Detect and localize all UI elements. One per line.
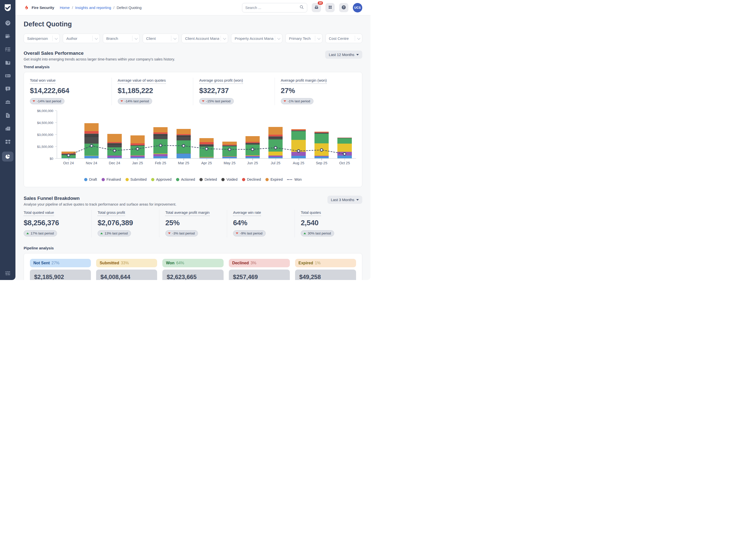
- inbox-button[interactable]: 10: [312, 3, 321, 12]
- legend-item-submitted[interactable]: Submitted: [126, 178, 147, 182]
- search-box[interactable]: [242, 3, 307, 12]
- bar-segment-expired[interactable]: [84, 123, 98, 131]
- banknote-icon[interactable]: [4, 72, 11, 79]
- breadcrumb-home[interactable]: Home: [60, 5, 70, 10]
- bar-segment-submitted[interactable]: [315, 143, 329, 156]
- bar-segment-actioned[interactable]: [315, 134, 329, 143]
- assets-blocks-icon[interactable]: [4, 138, 11, 145]
- funnel-range-button[interactable]: Last 3 Months: [327, 196, 362, 204]
- bar-segment-draft[interactable]: [84, 156, 98, 158]
- bar-segment-finalised[interactable]: [153, 154, 167, 156]
- chart-month-slot[interactable]: Apr 25: [195, 111, 218, 158]
- legend-item-expired[interactable]: Expired: [265, 178, 283, 182]
- bar-segment-actioned[interactable]: [337, 138, 352, 144]
- bar-segment-expired[interactable]: [130, 135, 145, 143]
- bar-segment-actioned[interactable]: [84, 144, 98, 155]
- bar-segment-draft[interactable]: [177, 154, 191, 158]
- bar-segment-voided[interactable]: [84, 134, 98, 137]
- tasks-checklist-icon[interactable]: [4, 46, 11, 53]
- legend-item-finalised[interactable]: Finalised: [102, 178, 121, 182]
- settings-sliders-icon[interactable]: [0, 270, 15, 277]
- bar-segment-draft[interactable]: [315, 156, 329, 158]
- legend-item-voided[interactable]: Voided: [221, 178, 237, 182]
- chart-month-slot[interactable]: May 25: [218, 111, 241, 158]
- company-building-icon[interactable]: [4, 125, 11, 132]
- quote-chat-icon[interactable]: $: [4, 86, 11, 92]
- filter-author[interactable]: Author: [63, 33, 99, 43]
- bar-segment-finalised[interactable]: [291, 152, 306, 156]
- bar-segment-actioned[interactable]: [246, 145, 260, 155]
- avatar[interactable]: UCS: [353, 3, 362, 12]
- bar-segment-actioned[interactable]: [62, 155, 76, 158]
- filter-salesperson[interactable]: Salesperson: [24, 33, 60, 43]
- folder-add-icon[interactable]: [4, 59, 11, 66]
- bar-segment-actioned[interactable]: [130, 146, 145, 155]
- bar-segment-expired[interactable]: [222, 142, 237, 145]
- bar-segment-draft[interactable]: [268, 157, 283, 158]
- chart-month-slot[interactable]: Jul 25: [264, 111, 287, 158]
- stage-header[interactable]: Submitted33%: [96, 259, 157, 267]
- bar-segment-expired[interactable]: [268, 127, 283, 135]
- chart-plot-area[interactable]: Oct 24Nov 24Dec 24Jan 25Feb 25Mar 25Apr …: [57, 111, 356, 158]
- chart-month-slot[interactable]: Mar 25: [172, 111, 195, 158]
- bar-segment-voided[interactable]: [153, 134, 167, 136]
- bar-segment-actioned[interactable]: [268, 139, 283, 152]
- breadcrumb-insights[interactable]: Insights and reporting: [75, 5, 111, 10]
- bar-segment-submitted[interactable]: [291, 140, 306, 152]
- dashboard-icon[interactable]: [4, 20, 11, 26]
- bar-segment-draft[interactable]: [130, 157, 145, 158]
- bar-segment-expired[interactable]: [177, 129, 191, 134]
- chart-month-slot[interactable]: Oct 24: [57, 111, 80, 158]
- bar-segment-draft[interactable]: [337, 155, 352, 158]
- bar-segment-expired[interactable]: [246, 136, 260, 142]
- filter-branch[interactable]: Branch: [103, 33, 140, 43]
- customers-icon[interactable]: [4, 99, 11, 105]
- chart-month-slot[interactable]: Oct 25: [333, 111, 356, 158]
- bar-segment-submitted[interactable]: [337, 144, 352, 152]
- bar-segment-actioned[interactable]: [291, 131, 306, 140]
- bar-segment-deleted[interactable]: [153, 136, 167, 139]
- legend-item-draft[interactable]: Draft: [84, 178, 97, 182]
- filter-cost-centre[interactable]: Cost Centre: [325, 33, 362, 43]
- chart-month-slot[interactable]: Aug 25: [287, 111, 310, 158]
- bar-segment-draft[interactable]: [291, 156, 306, 158]
- help-button[interactable]: ?: [339, 3, 348, 12]
- bar-segment-submitted[interactable]: [268, 152, 283, 156]
- bar-segment-draft[interactable]: [107, 157, 122, 158]
- bar-segment-actioned[interactable]: [199, 147, 214, 157]
- legend-item-deleted[interactable]: Deleted: [199, 178, 217, 182]
- bar-segment-expired[interactable]: [107, 134, 122, 142]
- chart-month-slot[interactable]: Sep 25: [310, 111, 333, 158]
- bar-segment-actioned[interactable]: [222, 146, 237, 156]
- bar-segment-draft[interactable]: [153, 156, 167, 158]
- bar-segment-draft[interactable]: [222, 157, 237, 158]
- bar-segment-declined[interactable]: [84, 131, 98, 134]
- bar-segment-deleted[interactable]: [84, 137, 98, 144]
- chart-month-slot[interactable]: Jan 25: [126, 111, 149, 158]
- bar-segment-deleted[interactable]: [268, 137, 283, 139]
- chart-month-slot[interactable]: Nov 24: [80, 111, 103, 158]
- overall-range-button[interactable]: Last 12 Months: [325, 51, 362, 59]
- filter-client[interactable]: Client: [143, 33, 179, 43]
- chart-month-slot[interactable]: Dec 24: [103, 111, 126, 158]
- stage-header[interactable]: Not Sent27%: [30, 259, 91, 267]
- legend-item-approved[interactable]: Approved: [151, 178, 172, 182]
- search-input[interactable]: [245, 5, 299, 10]
- bar-segment-draft[interactable]: [246, 157, 260, 158]
- bar-segment-declined[interactable]: [199, 142, 214, 144]
- legend-item-won[interactable]: Won: [287, 178, 302, 182]
- bar-segment-draft[interactable]: [62, 158, 76, 158]
- legend-item-actioned[interactable]: Actioned: [176, 178, 195, 182]
- filter-property-account-manager[interactable]: Property Account Mana: [231, 33, 282, 43]
- filter-client-account-manager[interactable]: Client Account Mana: [182, 33, 228, 43]
- bar-segment-expired[interactable]: [153, 127, 167, 133]
- bar-segment-actioned[interactable]: [177, 140, 191, 153]
- stage-header[interactable]: Declined3%: [229, 259, 290, 267]
- reports-pie-icon[interactable]: [2, 152, 13, 161]
- schedule-edit-icon[interactable]: [4, 33, 11, 39]
- bar-segment-finalised[interactable]: [337, 152, 352, 155]
- bar-segment-expired[interactable]: [62, 152, 76, 153]
- bar-segment-finalised[interactable]: [107, 155, 122, 157]
- bar-segment-declined[interactable]: [268, 135, 283, 136]
- bar-segment-draft[interactable]: [199, 158, 214, 158]
